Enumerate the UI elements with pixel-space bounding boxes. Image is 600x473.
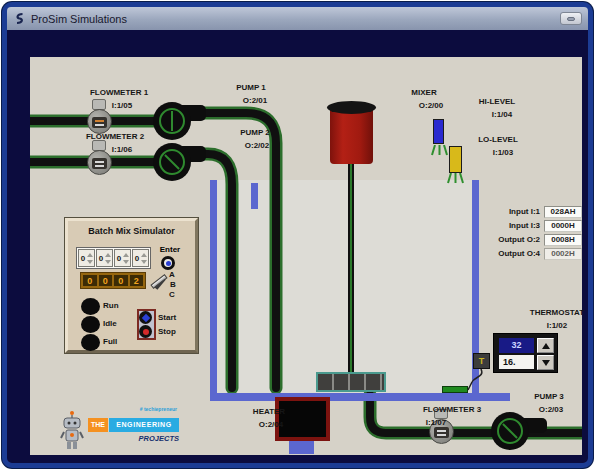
stop-button[interactable] <box>139 325 152 338</box>
title-bar[interactable]: ProSim Simulations <box>7 7 588 30</box>
full-lamp-label: Full <box>103 337 117 346</box>
hi-level-address: I:1/04 <box>492 110 512 119</box>
pump3-address: O:2/03 <box>539 405 563 414</box>
lo-level-sensor-legs <box>447 173 464 184</box>
inlet-indicator <box>251 183 258 209</box>
screenshot: ProSim Simulations FLOWMETER 1 I:1/0 <box>0 0 600 473</box>
io-value-output4: 0002H <box>544 248 582 260</box>
thumbwheel-2-down-icon[interactable] <box>105 260 111 264</box>
io-value-input1: 028AH <box>544 206 582 218</box>
thumbwheel-4[interactable]: 0 <box>132 249 149 267</box>
flowmeter3-address: I:1/07 <box>426 418 446 427</box>
run-lamp-label: Run <box>103 301 119 310</box>
lo-level-address: I:1/03 <box>493 148 513 157</box>
thumbwheel-3[interactable]: 0 <box>114 249 131 267</box>
flowmeter2-dial <box>92 158 107 169</box>
io-label-input1: Input I:1 <box>445 207 540 216</box>
flowmeter1-label: FLOWMETER 1 <box>90 88 148 97</box>
hi-level-sensor <box>433 119 444 144</box>
selector-option-c: C <box>169 290 175 299</box>
io-label-input3: Input I:3 <box>445 221 540 230</box>
start-label: Start <box>158 313 176 322</box>
pump2-label: PUMP 2 <box>240 128 270 137</box>
lo-level-label: LO-LEVEL <box>478 135 518 144</box>
thumbwheel-block: 0 0 0 0 <box>76 247 151 269</box>
thermostat-high-field[interactable]: 32 <box>499 338 534 353</box>
thumbwheel-4-up-icon[interactable] <box>141 253 147 257</box>
pump3-label: PUMP 3 <box>534 392 564 401</box>
thumbwheel-1-digit: 0 <box>80 254 86 263</box>
heater-address: O:2/04 <box>259 420 283 429</box>
pump1-label: PUMP 1 <box>236 83 266 92</box>
hi-level-label: HI-LEVEL <box>479 97 515 106</box>
heater-symbol <box>275 397 330 441</box>
io-value-input3: 0000H <box>544 220 582 232</box>
digital-display: 0 0 0 2 <box>80 272 146 289</box>
logo-word-the: THE <box>88 418 108 432</box>
io-value-output2: 0008H <box>544 234 582 246</box>
app-icon <box>13 12 26 25</box>
run-lamp <box>81 298 100 315</box>
flowmeter1-symbol <box>87 109 112 134</box>
hi-level-sensor-legs <box>431 145 448 156</box>
pump1-symbol <box>153 102 191 140</box>
pump3-symbol <box>491 412 529 450</box>
thumbwheel-2-digit: 0 <box>98 254 104 263</box>
selector-option-b: B <box>170 280 176 289</box>
stop-button-icon <box>143 329 149 335</box>
thermostat-control: 32 16. <box>493 333 558 373</box>
lo-level-sensor <box>449 146 462 173</box>
window-title: ProSim Simulations <box>31 13 127 25</box>
logo-word-projects: PROJECTS <box>128 434 179 443</box>
thumbwheel-1-up-icon[interactable] <box>87 253 93 257</box>
mixer-label: MIXER <box>411 88 436 97</box>
thermostat-up-button[interactable] <box>537 338 554 353</box>
thumbwheel-4-digit: 0 <box>134 254 140 263</box>
up-arrow-icon <box>542 343 550 349</box>
display-digit-2: 0 <box>99 275 113 286</box>
probe-wire <box>460 365 490 395</box>
thermostat-address: I:1/02 <box>547 321 567 330</box>
minimize-icon <box>567 17 575 21</box>
enter-button[interactable] <box>161 256 175 270</box>
down-arrow-icon <box>542 360 550 366</box>
start-button-icon <box>141 313 149 321</box>
flowmeter2-label: FLOWMETER 2 <box>86 132 144 141</box>
prosim-window: ProSim Simulations FLOWMETER 1 I:1/0 <box>2 2 593 468</box>
display-digit-1: 0 <box>83 275 97 286</box>
batch-mix-simulator-panel: Batch Mix Simulator 0 0 0 <box>65 218 198 353</box>
enter-label: Enter <box>156 245 184 254</box>
logo-tagline: # techiepreneur <box>93 406 177 412</box>
flowmeter2-symbol <box>87 150 112 175</box>
panel-title: Batch Mix Simulator <box>68 226 195 236</box>
full-lamp <box>81 334 100 351</box>
engineering-projects-logo: # techiepreneur THE ENGINEERING PROJECTS <box>58 398 186 454</box>
pump2-address: O:2/02 <box>245 141 269 150</box>
thumbwheel-1[interactable]: 0 <box>78 249 95 267</box>
flowmeter3-dial <box>434 427 449 438</box>
flowmeter2-address: I:1/06 <box>112 145 132 154</box>
stop-label: Stop <box>158 327 176 336</box>
mixer-motor <box>330 107 373 164</box>
minimize-button[interactable] <box>560 12 582 25</box>
pump1-address: O:2/01 <box>243 96 267 105</box>
tank-wall-left <box>210 180 217 401</box>
thermostat-down-button[interactable] <box>537 355 554 370</box>
thumbwheel-4-down-icon[interactable] <box>141 260 147 264</box>
thumbwheel-1-down-icon[interactable] <box>87 260 93 264</box>
thumbwheel-2-up-icon[interactable] <box>105 253 111 257</box>
heater-stub <box>289 441 314 454</box>
thumbwheel-2[interactable]: 0 <box>96 249 113 267</box>
thermostat-label: THERMOSTAT <box>530 308 584 317</box>
io-label-output2: Output O:2 <box>445 235 540 244</box>
idle-lamp <box>81 316 100 333</box>
thermostat-low-field[interactable]: 16. <box>499 355 534 369</box>
thumbwheel-3-digit: 0 <box>116 254 122 263</box>
display-digit-4: 2 <box>130 275 144 286</box>
thumbwheel-3-up-icon[interactable] <box>123 253 129 257</box>
flowmeter1-address: I:1/05 <box>112 101 132 110</box>
start-button[interactable] <box>139 311 152 324</box>
selector-option-a: A <box>169 270 175 279</box>
mixer-shaft <box>348 164 354 372</box>
thumbwheel-3-down-icon[interactable] <box>123 260 129 264</box>
